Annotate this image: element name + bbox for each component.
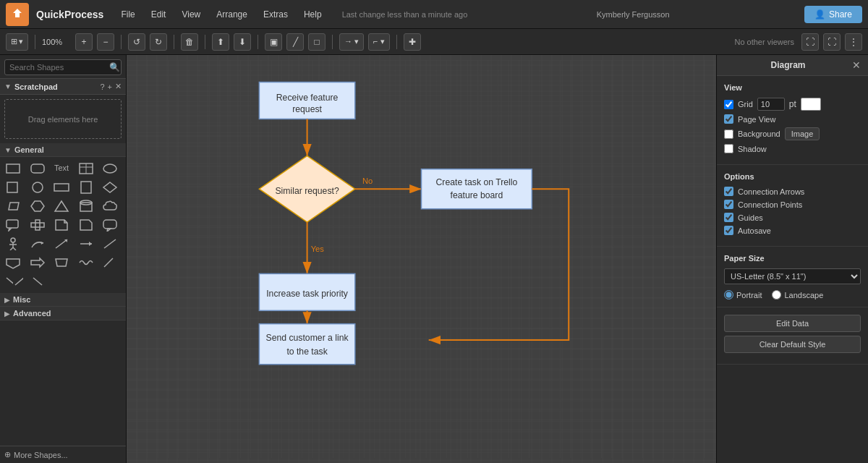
page-settings-button[interactable]: ⊞ ▾ [6,33,28,51]
flowchart-svg[interactable]: Receive feature request Similar request?… [127,55,716,463]
shapes-scroll: ▼ General Text [0,143,126,446]
shape-callout[interactable] [3,216,23,234]
connection-style-button[interactable]: → ▾ [339,33,364,51]
shape-backslash[interactable] [3,273,23,290]
line-color-button[interactable]: ╱ [286,33,304,51]
shape-cross[interactable] [27,216,48,234]
edit-data-button[interactable]: Edit Data [724,315,861,332]
shape-arrow-right[interactable] [76,235,96,252]
canvas-area[interactable]: Receive feature request Similar request?… [127,55,716,463]
undo-button[interactable]: ↺ [128,33,145,51]
scratchpad-header[interactable]: ▼ Scratchpad ? + ✕ [0,78,126,95]
fit-page-button[interactable]: ⛶ [801,33,819,51]
more-shapes-item[interactable]: ⊕ More Shapes... [0,446,126,463]
waypoint-button[interactable]: ⌐ ▾ [368,33,389,51]
view-section-title: View [724,83,861,92]
menu-help[interactable]: Help [301,8,325,21]
autosave-checkbox[interactable] [724,226,733,235]
connection-arrows-checkbox[interactable] [724,187,733,196]
section-toggle-icon: ▼ [4,146,12,154]
shape-triangle[interactable] [51,197,72,215]
svg-line-37 [7,278,13,285]
paper-size-title: Paper Size [724,254,861,263]
shape-person[interactable] [3,235,23,252]
svg-point-23 [11,238,15,242]
shape-wave[interactable] [76,254,96,271]
page-view-checkbox[interactable] [724,114,733,124]
shape-circle[interactable] [27,179,48,196]
grid-size-input[interactable] [757,98,785,111]
shape-doc[interactable] [51,216,72,234]
delete-button[interactable]: 🗑 [181,33,198,51]
grid-checkbox[interactable] [724,100,733,109]
shadow-button[interactable]: □ [308,33,326,51]
redo-button[interactable]: ↻ [150,33,167,51]
scratchpad-drop-zone: Drag elements here [4,99,122,139]
shape-cloud[interactable] [100,197,120,215]
shape-text[interactable]: Text [51,160,72,177]
zoom-in-button[interactable]: + [75,33,93,51]
svg-rect-41 [127,60,716,458]
background-image-button[interactable]: Image [785,127,820,140]
close-panel-icon[interactable]: ✕ [852,59,861,71]
shape-diagonal-arrow[interactable] [51,235,72,252]
edge-n2-n4-label: Yes [311,245,325,253]
shape-hexagon[interactable] [27,197,48,215]
page-view-label: Page View [738,115,775,124]
to-front-button[interactable]: ⬆ [212,33,229,51]
shape-slash[interactable] [100,254,120,271]
shape-tall-rect[interactable] [76,179,96,196]
help-icon[interactable]: ? [100,82,104,91]
to-back-button[interactable]: ⬇ [234,33,251,51]
clear-default-style-button[interactable]: Clear Default Style [724,336,861,353]
add-scratchpad-icon[interactable]: + [108,82,112,91]
share-button[interactable]: 👤 Share [804,6,862,23]
search-input[interactable] [9,63,109,72]
shape-curve-arrow[interactable] [27,235,48,252]
close-scratchpad-icon[interactable]: ✕ [115,82,122,91]
shape-rounded-rect[interactable] [27,160,48,177]
node-create-task[interactable] [422,169,532,209]
shape-cylinder[interactable] [76,197,96,215]
shape-speech[interactable] [100,216,120,234]
guides-checkbox[interactable] [724,213,733,222]
grid-color-picker[interactable] [801,98,821,111]
search-box[interactable]: 🔍 [4,59,122,75]
shape-pentagon[interactable] [3,254,23,271]
node-send-link[interactable] [259,324,354,365]
shape-ellipse[interactable] [100,160,120,177]
menu-arrange[interactable]: Arrange [213,8,250,21]
fullscreen-button[interactable]: ⛶ [823,33,841,51]
shape-rectangle[interactable] [3,160,23,177]
background-checkbox[interactable] [724,129,733,139]
connection-points-checkbox[interactable] [724,200,733,209]
more-button[interactable]: ⋮ [845,33,862,51]
section-misc-header[interactable]: ▶ Misc [0,293,126,307]
portrait-radio[interactable] [724,290,733,300]
fill-color-button[interactable]: ▣ [265,33,282,51]
landscape-radio[interactable] [772,290,781,300]
shape-wide-rect[interactable] [51,179,72,196]
shape-line-45[interactable] [100,235,120,252]
menu-extras[interactable]: Extras [260,8,291,21]
shape-line-diag[interactable] [27,273,48,290]
shape-arrow-right2[interactable] [27,254,48,271]
shape-diamond[interactable] [100,179,120,196]
menu-view[interactable]: View [179,8,203,21]
insert-button[interactable]: ✚ [404,33,421,51]
section-advanced-header[interactable]: ▶ Advanced [0,307,126,320]
shape-parallelogram[interactable] [3,197,23,215]
paper-size-select[interactable]: US-Letter (8.5" x 11") [724,268,861,284]
shape-folded[interactable] [76,216,96,234]
shape-trapezoid[interactable] [51,254,72,271]
menu-file[interactable]: File [118,8,137,21]
shape-square[interactable] [3,179,23,196]
shape-table[interactable] [76,160,96,177]
menu-edit[interactable]: Edit [148,8,169,21]
svg-text:Text: Text [54,163,69,172]
zoom-out-button[interactable]: − [97,33,114,51]
guides-row: Guides [724,213,861,222]
section-general-label: General [14,145,44,154]
section-general-header[interactable]: ▼ General [0,143,126,157]
shadow-checkbox[interactable] [724,144,733,153]
